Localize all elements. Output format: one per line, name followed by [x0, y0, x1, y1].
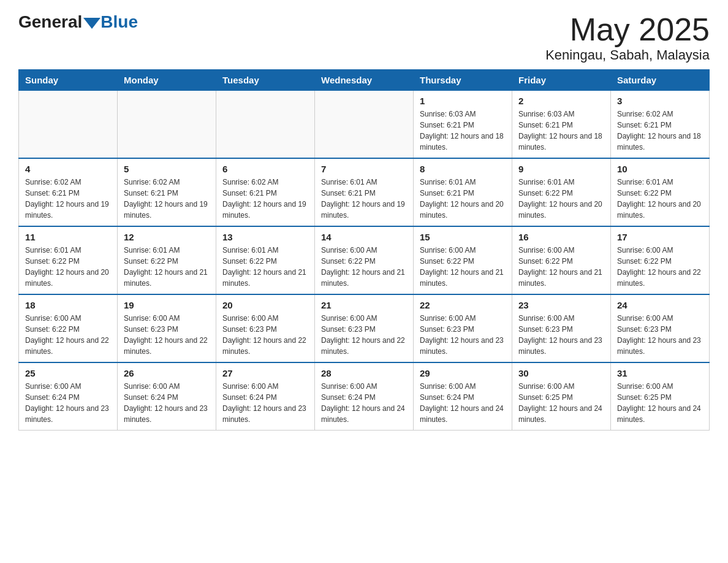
- calendar-cell: [315, 91, 414, 159]
- calendar-week-row-1: 1Sunrise: 6:03 AMSunset: 6:21 PMDaylight…: [19, 91, 710, 159]
- page-header: General Blue May 2025 Keningau, Sabah, M…: [18, 12, 710, 63]
- day-info: Sunrise: 6:00 AMSunset: 6:22 PMDaylight:…: [25, 313, 111, 357]
- day-number: 11: [25, 232, 111, 242]
- day-info: Sunrise: 6:02 AMSunset: 6:21 PMDaylight:…: [25, 177, 111, 221]
- calendar-cell: 6Sunrise: 6:02 AMSunset: 6:21 PMDaylight…: [216, 158, 315, 226]
- calendar-cell: 11Sunrise: 6:01 AMSunset: 6:22 PMDayligh…: [19, 226, 118, 294]
- weekday-header-row: SundayMondayTuesdayWednesdayThursdayFrid…: [19, 70, 710, 91]
- day-number: 16: [518, 232, 604, 242]
- day-info: Sunrise: 6:03 AMSunset: 6:21 PMDaylight:…: [420, 109, 506, 153]
- day-info: Sunrise: 6:02 AMSunset: 6:21 PMDaylight:…: [222, 177, 308, 221]
- calendar-cell: 22Sunrise: 6:00 AMSunset: 6:23 PMDayligh…: [414, 294, 512, 362]
- day-info: Sunrise: 6:00 AMSunset: 6:24 PMDaylight:…: [321, 381, 407, 425]
- day-number: 12: [124, 232, 210, 242]
- day-number: 26: [124, 368, 210, 378]
- calendar-cell: 21Sunrise: 6:00 AMSunset: 6:23 PMDayligh…: [315, 294, 414, 362]
- day-info: Sunrise: 6:00 AMSunset: 6:24 PMDaylight:…: [124, 381, 210, 425]
- day-number: 20: [222, 300, 308, 310]
- calendar-cell: 12Sunrise: 6:01 AMSunset: 6:22 PMDayligh…: [118, 226, 216, 294]
- day-info: Sunrise: 6:00 AMSunset: 6:22 PMDaylight:…: [617, 245, 703, 289]
- weekday-header-thursday: Thursday: [414, 70, 512, 91]
- day-number: 29: [420, 368, 506, 378]
- day-info: Sunrise: 6:01 AMSunset: 6:21 PMDaylight:…: [321, 177, 407, 221]
- day-number: 14: [321, 232, 407, 242]
- day-number: 10: [617, 164, 703, 174]
- day-number: 7: [321, 164, 407, 174]
- day-info: Sunrise: 6:00 AMSunset: 6:23 PMDaylight:…: [420, 313, 506, 357]
- day-info: Sunrise: 6:00 AMSunset: 6:22 PMDaylight:…: [518, 245, 604, 289]
- day-info: Sunrise: 6:00 AMSunset: 6:24 PMDaylight:…: [25, 381, 111, 425]
- calendar-cell: 2Sunrise: 6:03 AMSunset: 6:21 PMDaylight…: [512, 91, 611, 159]
- weekday-header-monday: Monday: [118, 70, 216, 91]
- calendar-cell: [216, 91, 315, 159]
- calendar-cell: 18Sunrise: 6:00 AMSunset: 6:22 PMDayligh…: [19, 294, 118, 362]
- day-info: Sunrise: 6:00 AMSunset: 6:24 PMDaylight:…: [222, 381, 308, 425]
- calendar-cell: 20Sunrise: 6:00 AMSunset: 6:23 PMDayligh…: [216, 294, 315, 362]
- day-info: Sunrise: 6:00 AMSunset: 6:25 PMDaylight:…: [518, 381, 604, 425]
- calendar-cell: 14Sunrise: 6:00 AMSunset: 6:22 PMDayligh…: [315, 226, 414, 294]
- calendar-week-row-3: 11Sunrise: 6:01 AMSunset: 6:22 PMDayligh…: [19, 226, 710, 294]
- calendar-cell: 9Sunrise: 6:01 AMSunset: 6:22 PMDaylight…: [512, 158, 611, 226]
- calendar-cell: 3Sunrise: 6:02 AMSunset: 6:21 PMDaylight…: [611, 91, 710, 159]
- day-number: 4: [25, 164, 111, 174]
- day-number: 19: [124, 300, 210, 310]
- calendar-week-row-4: 18Sunrise: 6:00 AMSunset: 6:22 PMDayligh…: [19, 294, 710, 362]
- weekday-header-sunday: Sunday: [19, 70, 118, 91]
- calendar-week-row-5: 25Sunrise: 6:00 AMSunset: 6:24 PMDayligh…: [19, 362, 710, 431]
- day-number: 18: [25, 300, 111, 310]
- day-info: Sunrise: 6:00 AMSunset: 6:23 PMDaylight:…: [321, 313, 407, 357]
- calendar-cell: 4Sunrise: 6:02 AMSunset: 6:21 PMDaylight…: [19, 158, 118, 226]
- calendar-cell: 8Sunrise: 6:01 AMSunset: 6:21 PMDaylight…: [414, 158, 512, 226]
- calendar-cell: 13Sunrise: 6:01 AMSunset: 6:22 PMDayligh…: [216, 226, 315, 294]
- day-info: Sunrise: 6:00 AMSunset: 6:22 PMDaylight:…: [420, 245, 506, 289]
- calendar-cell: 28Sunrise: 6:00 AMSunset: 6:24 PMDayligh…: [315, 362, 414, 431]
- logo: General Blue: [18, 12, 138, 32]
- day-number: 6: [222, 164, 308, 174]
- weekday-header-wednesday: Wednesday: [315, 70, 414, 91]
- day-info: Sunrise: 6:00 AMSunset: 6:23 PMDaylight:…: [518, 313, 604, 357]
- day-number: 2: [518, 96, 604, 106]
- calendar-title: May 2025: [545, 12, 710, 47]
- weekday-header-saturday: Saturday: [611, 70, 710, 91]
- day-number: 21: [321, 300, 407, 310]
- day-info: Sunrise: 6:00 AMSunset: 6:23 PMDaylight:…: [124, 313, 210, 357]
- calendar-subtitle: Keningau, Sabah, Malaysia: [545, 47, 710, 63]
- day-info: Sunrise: 6:02 AMSunset: 6:21 PMDaylight:…: [124, 177, 210, 221]
- calendar-table: SundayMondayTuesdayWednesdayThursdayFrid…: [18, 69, 710, 431]
- day-number: 25: [25, 368, 111, 378]
- calendar-cell: 17Sunrise: 6:00 AMSunset: 6:22 PMDayligh…: [611, 226, 710, 294]
- logo-blue-text: Blue: [100, 12, 138, 32]
- calendar-cell: 1Sunrise: 6:03 AMSunset: 6:21 PMDaylight…: [414, 91, 512, 159]
- calendar-cell: 10Sunrise: 6:01 AMSunset: 6:22 PMDayligh…: [611, 158, 710, 226]
- day-info: Sunrise: 6:01 AMSunset: 6:21 PMDaylight:…: [420, 177, 506, 221]
- day-number: 28: [321, 368, 407, 378]
- calendar-cell: 16Sunrise: 6:00 AMSunset: 6:22 PMDayligh…: [512, 226, 611, 294]
- day-number: 3: [617, 96, 703, 106]
- calendar-cell: 29Sunrise: 6:00 AMSunset: 6:24 PMDayligh…: [414, 362, 512, 431]
- day-number: 1: [420, 96, 506, 106]
- day-info: Sunrise: 6:01 AMSunset: 6:22 PMDaylight:…: [25, 245, 111, 289]
- day-info: Sunrise: 6:00 AMSunset: 6:23 PMDaylight:…: [617, 313, 703, 357]
- calendar-cell: 31Sunrise: 6:00 AMSunset: 6:25 PMDayligh…: [611, 362, 710, 431]
- day-number: 24: [617, 300, 703, 310]
- day-number: 22: [420, 300, 506, 310]
- day-number: 9: [518, 164, 604, 174]
- day-number: 8: [420, 164, 506, 174]
- calendar-cell: 24Sunrise: 6:00 AMSunset: 6:23 PMDayligh…: [611, 294, 710, 362]
- day-info: Sunrise: 6:01 AMSunset: 6:22 PMDaylight:…: [518, 177, 604, 221]
- weekday-header-friday: Friday: [512, 70, 611, 91]
- calendar-cell: 27Sunrise: 6:00 AMSunset: 6:24 PMDayligh…: [216, 362, 315, 431]
- calendar-cell: 7Sunrise: 6:01 AMSunset: 6:21 PMDaylight…: [315, 158, 414, 226]
- calendar-cell: 15Sunrise: 6:00 AMSunset: 6:22 PMDayligh…: [414, 226, 512, 294]
- day-info: Sunrise: 6:00 AMSunset: 6:23 PMDaylight:…: [222, 313, 308, 357]
- day-info: Sunrise: 6:03 AMSunset: 6:21 PMDaylight:…: [518, 109, 604, 153]
- calendar-cell: 23Sunrise: 6:00 AMSunset: 6:23 PMDayligh…: [512, 294, 611, 362]
- day-number: 17: [617, 232, 703, 242]
- calendar-cell: 26Sunrise: 6:00 AMSunset: 6:24 PMDayligh…: [118, 362, 216, 431]
- day-info: Sunrise: 6:00 AMSunset: 6:22 PMDaylight:…: [321, 245, 407, 289]
- calendar-cell: 19Sunrise: 6:00 AMSunset: 6:23 PMDayligh…: [118, 294, 216, 362]
- calendar-week-row-2: 4Sunrise: 6:02 AMSunset: 6:21 PMDaylight…: [19, 158, 710, 226]
- logo-triangle-icon: [83, 18, 100, 29]
- day-info: Sunrise: 6:01 AMSunset: 6:22 PMDaylight:…: [222, 245, 308, 289]
- calendar-cell: [118, 91, 216, 159]
